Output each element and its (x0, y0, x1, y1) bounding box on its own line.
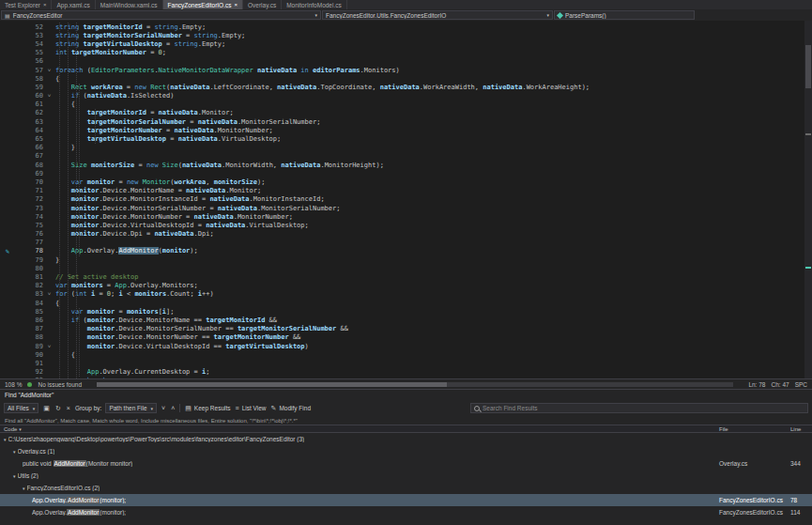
code-line[interactable]: 77 (0, 239, 812, 247)
code-editor[interactable]: 52string targetMonitorId = string.Empty;… (0, 21, 812, 378)
code-line[interactable]: 59 Rect workArea = new Rect(nativeData.L… (0, 83, 812, 91)
code-token: .LeftCoordinate, (209, 84, 277, 91)
keep-results-toggle[interactable]: ▤ Keep Results (184, 405, 230, 412)
tab-app-xaml-cs[interactable]: App.xaml.cs (52, 0, 95, 9)
zoom-control[interactable]: 108 % (5, 381, 22, 388)
type-dropdown[interactable]: FancyZonesEditor.Utils.FancyZonesEditorI… (322, 10, 553, 20)
clear-results-icon[interactable]: × (66, 405, 71, 411)
search-find-results-input[interactable]: Search Find Results (470, 403, 808, 413)
code-token: targetMonitorId (206, 317, 265, 324)
code-line[interactable]: 66 } (0, 144, 812, 152)
view-mode-dropdown[interactable]: Code ▾ (4, 425, 22, 432)
scope-dropdown[interactable]: All Files ▾ (4, 403, 38, 413)
tab-overlay-cs[interactable]: Overlay.cs (243, 0, 282, 9)
find-result-row[interactable]: App.Overlay.AddMonitor(monitor);FancyZon… (0, 494, 812, 506)
code-line[interactable]: 68 Size monitorSize = new Size(nativeDat… (0, 161, 812, 169)
tab-monitorinfomodel-cs[interactable]: MonitorInfoModel.cs (282, 0, 347, 9)
close-icon[interactable]: × (234, 2, 237, 8)
code-token: .Monitor; (225, 187, 261, 194)
find-result-row[interactable]: ▾C:\Users\zhaopengwang\Desktop\powertoys… (0, 433, 812, 445)
code-line[interactable]: 75 monitor.Device.VirtualDesktopId = nat… (0, 221, 812, 229)
code-token: = (115, 178, 127, 186)
fold-chevron-icon[interactable]: ˅ (43, 93, 55, 99)
code-line[interactable]: 60˅ if (nativeData.IsSelected) (0, 92, 812, 100)
code-line[interactable]: 92 App.Overlay.CurrentDesktop = i; (0, 368, 812, 377)
horizontal-scrollbar[interactable] (97, 382, 733, 387)
code-line[interactable]: 70 var monitor = new Monitor(workArea, m… (0, 178, 812, 186)
expand-chevron-icon[interactable]: ▾ (13, 473, 16, 479)
code-line[interactable]: 54string targetVirtualDesktop = string.E… (0, 39, 812, 48)
project-dropdown[interactable]: ▤ FancyZonesEditor ▾ (1, 10, 321, 20)
expand-all-icon[interactable]: ˅ (161, 405, 166, 411)
tab-mainwindow-xaml-cs[interactable]: MainWindow.xaml.cs (96, 0, 163, 9)
fold-chevron-icon[interactable]: ˅ (43, 291, 55, 297)
code-line[interactable]: 64 targetMonitorNumber = nativeData.Moni… (0, 126, 812, 134)
collapse-all-icon[interactable]: ˄ (170, 405, 176, 411)
code-line[interactable]: 58{ (0, 74, 812, 83)
expand-chevron-icon[interactable]: ▾ (13, 449, 16, 455)
fold-chevron-icon[interactable]: ˅ (43, 68, 55, 73)
find-result-row[interactable]: App.Overlay.AddMonitor(monitor);FancyZon… (0, 506, 812, 518)
close-icon[interactable]: × (43, 2, 47, 8)
code-line[interactable]: 74 monitor.Device.MonitorNumber = native… (0, 212, 812, 221)
refresh-icon[interactable]: ↻ (54, 405, 62, 412)
column-header-file[interactable]: File (719, 425, 728, 432)
copy-results-icon[interactable]: ▣ (42, 405, 51, 412)
tab-test-explorer[interactable]: Test Explorer× (0, 0, 52, 9)
code-line[interactable]: 52string targetMonitorId = string.Empty; (0, 23, 812, 31)
code-line[interactable]: 82var monitors = App.Overlay.Monitors; (0, 282, 812, 290)
code-line[interactable]: 85 var monitor = monitors[i]; (0, 307, 812, 316)
vertical-scrollbar[interactable] (804, 21, 812, 378)
code-line[interactable]: 69 (0, 169, 812, 178)
member-dropdown[interactable]: ParseParams() (554, 10, 695, 20)
find-result-row[interactable]: public void AddMonitor(Monitor monitor)O… (0, 457, 812, 470)
code-line[interactable]: 89˅ monitor.Device.VirtualDesktopId == t… (0, 342, 812, 350)
indent-guide (95, 109, 96, 144)
code-line[interactable]: 72 monitor.Device.MonitorInstanceId = na… (0, 195, 812, 204)
code-token: .Device.VirtualDesktopId = (99, 222, 206, 229)
code-line[interactable]: 65 targetVirtualDesktop = nativeData.Vir… (0, 134, 812, 143)
code-line[interactable]: 88 monitor.Device.MonitorNumber == targe… (0, 333, 812, 342)
code-line[interactable]: 91 (0, 359, 812, 367)
tab-fancyzoneseditorio-cs[interactable]: FancyZonesEditorIO.cs× (163, 0, 243, 9)
code-line[interactable]: 55int targetMonitorNumber = 0; (0, 49, 812, 57)
list-view-toggle[interactable]: ≡ List View (235, 405, 267, 411)
code-line[interactable]: 87 monitor.Device.MonitorSerialNumber ==… (0, 325, 812, 333)
code-line[interactable]: ✎78 App.Overlay.AddMonitor(monitor); (0, 247, 812, 255)
code-token: ) (305, 343, 309, 350)
scrollbar-thumb[interactable] (97, 382, 447, 387)
code-token: Monitor (143, 178, 171, 186)
modify-find-button[interactable]: ✎ Modify Find (270, 405, 311, 412)
expand-chevron-icon[interactable]: ▾ (4, 437, 7, 442)
code-line[interactable]: 56 (0, 57, 812, 66)
code-line[interactable]: 71 monitor.Device.MonitorName = nativeDa… (0, 187, 812, 195)
code-token: && (289, 333, 301, 341)
scrollbar-thumb[interactable] (805, 45, 811, 88)
find-result-row[interactable]: ▾FancyZonesEditorIO.cs (2) (0, 482, 812, 494)
code-line[interactable]: 90 { (0, 350, 812, 359)
health-indicator-icon[interactable] (27, 382, 32, 387)
find-results-list[interactable]: ▾C:\Users\zhaopengwang\Desktop\powertoys… (0, 433, 812, 525)
find-result-row[interactable]: ▾Utils (2) (0, 470, 812, 482)
column-header-line[interactable]: Line (790, 425, 801, 432)
code-line[interactable]: 73 monitor.Device.MonitorSerialNumber = … (0, 204, 812, 212)
code-line[interactable]: 84{ (0, 299, 812, 307)
group-by-dropdown[interactable]: Path then File ▾ (105, 403, 157, 413)
code-line[interactable]: 61 { (0, 100, 812, 109)
code-line[interactable]: 53string targetMonitorSerialNumber = str… (0, 31, 812, 39)
code-token: monitor (87, 343, 115, 350)
code-line[interactable]: 67 (0, 152, 812, 161)
find-result-row[interactable]: ▾Overlay.cs (1) (0, 445, 812, 457)
find-results-title[interactable]: Find "AddMonitor" (0, 389, 812, 400)
code-line[interactable]: 76 monitor.Device.Dpi = nativeData.Dpi; (0, 230, 812, 239)
code-line[interactable]: 80 (0, 264, 812, 272)
code-line[interactable]: 79} (0, 255, 812, 264)
code-line[interactable]: 57˅foreach (EditorParameters.NativeMonit… (0, 66, 812, 74)
code-line[interactable]: 62 targetMonitorId = nativeData.Monitor; (0, 109, 812, 117)
code-line[interactable]: 86 if (monitor.Device.MonitorName == tar… (0, 316, 812, 324)
code-line[interactable]: 63 targetMonitorSerialNumber = nativeDat… (0, 117, 812, 126)
expand-chevron-icon[interactable]: ▾ (23, 486, 25, 491)
code-line[interactable]: 83˅for (int i = 0; i < monitors.Count; i… (0, 290, 812, 299)
fold-chevron-icon[interactable]: ˅ (43, 344, 55, 349)
code-line[interactable]: 81// Set active desktop (0, 272, 812, 281)
